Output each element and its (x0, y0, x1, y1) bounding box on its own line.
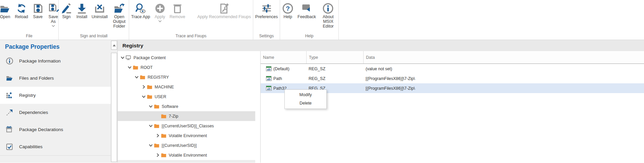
tree-node-label: [{CurrentUserSID}] (162, 143, 197, 148)
tree-node-package-content[interactable]: Package Content (118, 53, 260, 63)
table-row-default[interactable]: ab(Default)REG_SZ(value not set) (261, 64, 644, 74)
chevron-down-icon[interactable] (127, 65, 132, 70)
reload-icon (16, 2, 27, 14)
tree-node-currentusersid-classes[interactable]: [{CurrentUserSID}]_Classes (118, 121, 260, 131)
ribbon-group-sign-and-install: SignInstallUninstallOpen Output FolderSi… (59, 0, 129, 40)
column-header-name[interactable]: Name (261, 51, 306, 64)
ribbon-button-trace-app[interactable]: Trace App (129, 1, 152, 20)
about-icon (322, 2, 334, 14)
context-menu-item-delete[interactable]: Delete (285, 99, 326, 108)
chevron-down-icon[interactable] (141, 94, 147, 99)
tree-node-label: Package Content (133, 55, 166, 60)
ribbon-group-settings: PreferencesSettings (253, 0, 280, 40)
chevron-down-icon[interactable] (148, 143, 154, 148)
tree-node-software[interactable]: Software (118, 101, 260, 111)
value-data: [{ProgramFilesX86}]\7-Zip\ (363, 86, 644, 91)
ribbon-button-label: Open (0, 14, 10, 19)
help-icon: ? (282, 2, 293, 14)
ribbon-button-uninstall[interactable]: Uninstall (90, 1, 110, 20)
table-header: Name Type Data (261, 51, 644, 64)
tree-node-machine[interactable]: MACHINE (118, 82, 260, 92)
tree-node-volatile-environment[interactable]: Volatile Environment (118, 131, 260, 140)
chevron-right-icon[interactable] (155, 153, 161, 157)
content-panel: Registry Package ContentROOTREGISTRYMACH… (117, 40, 644, 163)
trace-app-icon (135, 2, 146, 14)
remove-icon (172, 2, 183, 14)
ribbon-button-label: Apply Recommended Fixups (197, 14, 251, 19)
tree-node-7-zip[interactable]: 7-Zip (118, 111, 255, 121)
tree-node-volatile-environment[interactable]: Volatile Environment (118, 150, 260, 160)
column-header-type[interactable]: Type (306, 51, 363, 64)
save-icon (32, 2, 44, 14)
tree-node-label: Volatile Environment (169, 153, 207, 158)
preferences-icon (261, 2, 272, 14)
ribbon-button-help[interactable]: ?Help (280, 1, 296, 20)
folder-icon (154, 142, 160, 149)
sidebar-item-package-declarations[interactable]: Package Declarations (0, 121, 111, 138)
tree-node-label: ROOT (141, 65, 153, 70)
ribbon-button-reload[interactable]: Reload (13, 1, 30, 20)
tree-node-label: 7-Zip (169, 114, 178, 119)
sidebar-item-dependencies[interactable]: Dependencies (0, 104, 111, 121)
ribbon-button-label: Uninstall (92, 14, 108, 19)
ribbon-button-apply-recommended-fixups: Apply Recommended Fixups (195, 1, 253, 20)
ribbon-group-label: Settings (253, 33, 280, 40)
folder-icon (161, 152, 167, 158)
scrollbar-thumb[interactable] (111, 53, 117, 162)
context-menu: ModifyDelete (284, 89, 327, 109)
ribbon-button-label: Preferences (255, 14, 278, 19)
tree-node-root[interactable]: ROOT (118, 63, 260, 72)
dropdown-chevron-icon (158, 19, 162, 22)
sidebar-item-label: Dependencies (19, 110, 48, 115)
tree-node-registry[interactable]: REGISTRY (118, 72, 260, 82)
scrollbar-up-button[interactable] (111, 41, 117, 50)
ribbon-group-label: Sign and Install (59, 33, 129, 40)
ribbon-button-save[interactable]: Save (30, 1, 46, 20)
ribbon-button-install[interactable]: Install (74, 1, 90, 20)
sidebar-scrollbar[interactable] (111, 40, 117, 163)
chevron-down-icon[interactable] (148, 104, 154, 109)
ribbon-button-sign[interactable]: Sign (59, 1, 74, 20)
apply-recommended-fixups-icon (218, 2, 230, 14)
ribbon-button-label: Save (33, 14, 43, 19)
chevron-down-icon[interactable] (148, 124, 154, 128)
dropdown-chevron-icon[interactable] (52, 24, 55, 27)
tree-node-user[interactable]: USER (118, 92, 260, 101)
page-title: Registry (118, 40, 644, 51)
table-row-path[interactable]: abPathREG_SZ[{ProgramFilesX86}]\7-Zip\ (261, 74, 644, 83)
svg-text:?: ? (286, 5, 290, 12)
sidebar: Package Properties Package InformationFi… (0, 40, 111, 163)
ribbon-button-label: Save As (48, 14, 59, 24)
sidebar-item-capabilities[interactable]: Capabilities (0, 138, 111, 155)
tree-node-currentusersid[interactable]: [{CurrentUserSID}] (118, 140, 260, 150)
sidebar-item-label: Files and Folders (19, 76, 54, 81)
sidebar-item-package-information[interactable]: Package Information (0, 52, 111, 70)
sign-icon (61, 2, 72, 14)
files-folders-icon (5, 74, 13, 82)
chevron-down-icon[interactable] (134, 75, 140, 79)
ribbon-button-about-msix-editor[interactable]: About MSIX Editor (318, 1, 338, 29)
ribbon-button-feedback[interactable]: Feedback (296, 1, 318, 20)
ribbon-button-open-output-folder[interactable]: Open Output Folder (110, 1, 129, 29)
column-header-data[interactable]: Data (363, 51, 644, 64)
sidebar-item-registry[interactable]: Registry (0, 87, 111, 104)
install-icon (76, 2, 88, 14)
registry-blocks-icon (5, 91, 13, 99)
ribbon-button-apply: Apply (152, 1, 168, 23)
sidebar-item-label: Capabilities (19, 144, 43, 149)
triangle-up-icon (113, 44, 116, 46)
open-output-folder-icon (113, 2, 125, 14)
chevron-right-icon[interactable] (155, 133, 161, 138)
ribbon-button-preferences[interactable]: Preferences (253, 1, 280, 20)
chevron-down-icon[interactable] (120, 55, 125, 60)
chevron-right-icon[interactable] (141, 85, 147, 89)
ribbon-button-open[interactable]: Open (0, 1, 13, 20)
sidebar-title: Package Properties (0, 40, 111, 52)
tree-node-label: [{CurrentUserSID}]_Classes (162, 124, 214, 128)
tree-horizontal-scrollbar[interactable] (118, 160, 255, 163)
sidebar-item-files-and-folders[interactable]: Files and Folders (0, 70, 111, 87)
ribbon-group-label: File (0, 33, 58, 40)
context-menu-item-modify[interactable]: Modify (285, 91, 326, 99)
folder-icon (161, 133, 167, 139)
value-name: (Default) (273, 67, 289, 71)
